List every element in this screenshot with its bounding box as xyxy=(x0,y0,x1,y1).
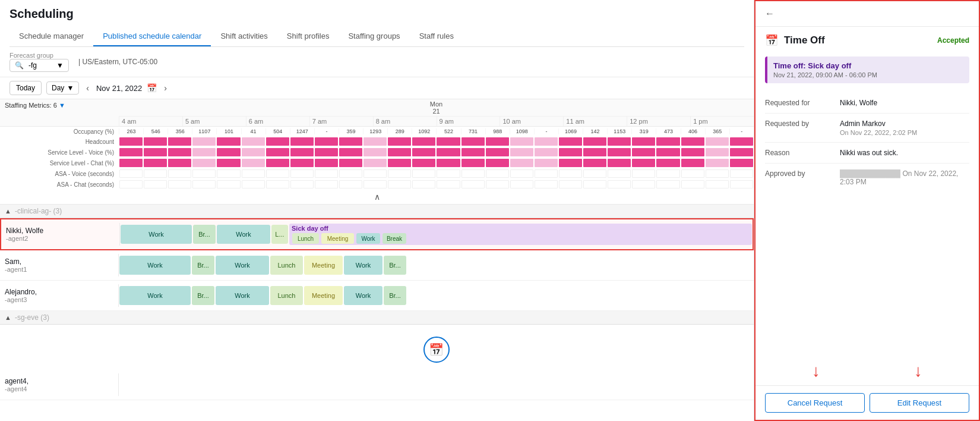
cancel-request-button[interactable]: Cancel Request xyxy=(765,393,865,413)
group-clinical-ag-name: -clinical-ag- (3) xyxy=(15,207,62,215)
block-9 xyxy=(339,148,362,156)
metrics-dropdown-icon[interactable]: ▼ xyxy=(59,102,65,109)
alej-shift-work-1[interactable]: Work xyxy=(119,286,191,305)
block-16 xyxy=(510,137,533,146)
rp-field-reason: Reason Nikki was out sick. xyxy=(765,143,969,164)
block-0 xyxy=(119,137,143,146)
shift-break-1[interactable]: Br... xyxy=(193,225,216,244)
sam-shift-meeting[interactable]: Meeting xyxy=(304,256,343,275)
edit-request-button[interactable]: Edit Request xyxy=(870,393,969,413)
sam-shift-work-3[interactable]: Work xyxy=(344,256,382,275)
group-sg-eve-name: -sg-eve (3) xyxy=(15,313,49,322)
today-button[interactable]: Today xyxy=(10,81,42,95)
time-slot-5am: 5 am xyxy=(182,117,246,126)
block-6 xyxy=(266,148,289,156)
alej-shift-work-2[interactable]: Work xyxy=(216,286,269,305)
block-23 xyxy=(681,137,704,146)
block-19 xyxy=(583,137,606,146)
metrics-collapse-button[interactable]: ∧ xyxy=(0,190,754,205)
alej-shift-break-1[interactable]: Br... xyxy=(192,286,214,305)
agent-row-alejandro[interactable]: Alejandro, -agent3 Work Br... Work Lunch… xyxy=(0,281,754,311)
agent-row-sam[interactable]: Sam, -agent1 Work Br... Work Lunch Meeti… xyxy=(0,250,754,281)
sam-shift-break-1[interactable]: Br... xyxy=(192,256,214,275)
alej-shift-break-2[interactable]: Br... xyxy=(384,286,406,305)
block-6 xyxy=(266,169,289,178)
forecast-label: Forecast group xyxy=(10,52,69,59)
agent-id-alejandro: -agent3 xyxy=(5,296,113,303)
block-9 xyxy=(339,159,362,167)
agent-row-agent4[interactable]: agent4, -agent4 xyxy=(0,370,754,400)
tab-shift-activities[interactable]: Shift activities xyxy=(211,27,277,46)
block-20 xyxy=(608,159,631,167)
agent-name-agent4: agent4, xyxy=(5,377,113,385)
block-13 xyxy=(437,148,460,156)
sub-work: Work xyxy=(356,233,380,244)
alej-shift-meeting[interactable]: Meeting xyxy=(304,286,343,305)
view-select[interactable]: Day ▼ xyxy=(46,81,79,95)
next-date-button[interactable]: › xyxy=(162,82,169,94)
block-3 xyxy=(192,159,216,167)
floating-calendar-button[interactable]: 📅 xyxy=(423,337,450,363)
block-5 xyxy=(242,180,265,188)
sam-shift-work-2[interactable]: Work xyxy=(216,256,269,275)
left-arrow-indicator: ↓ xyxy=(812,362,820,381)
block-21 xyxy=(632,159,655,167)
reason-value: Nikki was out sick. xyxy=(840,149,898,157)
block-17 xyxy=(535,159,558,167)
day-number: 21 xyxy=(432,108,440,115)
forecast-group-select[interactable]: 🔍 -fg ▼ xyxy=(10,59,69,72)
group-clinical-ag[interactable]: ▲ -clinical-ag- (3) xyxy=(0,205,754,218)
tab-schedule-manager[interactable]: Schedule manager xyxy=(10,27,93,46)
group-sg-eve[interactable]: ▲ -sg-eve (3) xyxy=(0,311,754,325)
shift-lunch-1[interactable]: L... xyxy=(271,225,288,244)
block-21 xyxy=(632,169,655,178)
search-icon: 🔍 xyxy=(15,61,24,70)
block-7 xyxy=(290,148,314,156)
block-0 xyxy=(119,169,143,178)
block-24 xyxy=(706,137,729,146)
block-8 xyxy=(315,169,338,178)
sam-shift-work-1[interactable]: Work xyxy=(119,256,191,275)
block-20 xyxy=(608,148,631,156)
block-7 xyxy=(290,180,314,188)
prev-date-button[interactable]: ‹ xyxy=(84,82,91,94)
tab-staffing-groups[interactable]: Staffing groups xyxy=(339,27,409,46)
block-12 xyxy=(412,180,435,188)
agent-row-nikki-wolfe[interactable]: Nikki, Wolfe -agent2 Work Br... Work L..… xyxy=(0,218,754,250)
block-4 xyxy=(217,159,240,167)
block-17 xyxy=(535,137,558,146)
block-2 xyxy=(168,137,191,146)
block-15 xyxy=(486,180,509,188)
tab-staff-rules[interactable]: Staff rules xyxy=(410,27,463,46)
calendar-picker-icon[interactable]: 📅 xyxy=(147,83,157,93)
block-7 xyxy=(290,137,314,146)
block-2 xyxy=(168,148,191,156)
shift-sick-nikki[interactable]: Sick day off Lunch Meeting Work Break xyxy=(289,224,752,245)
rp-event-title: Time off: Sick day off xyxy=(773,61,963,70)
block-5 xyxy=(242,159,265,167)
block-15 xyxy=(486,137,509,146)
agent-name-nikki: Nikki, Wolfe xyxy=(6,227,115,235)
alej-shift-work-3[interactable]: Work xyxy=(344,286,382,305)
block-22 xyxy=(656,180,679,188)
block-11 xyxy=(388,180,411,188)
reason-label: Reason xyxy=(765,149,830,157)
requested-by-label: Requested by xyxy=(765,120,830,136)
day-name: Mon xyxy=(430,100,442,108)
block-0 xyxy=(119,180,143,188)
block-19 xyxy=(583,180,606,188)
rp-title: Time Off xyxy=(784,34,931,46)
sam-shift-break-2[interactable]: Br... xyxy=(384,256,406,275)
back-button[interactable]: ← xyxy=(765,8,774,19)
tab-shift-profiles[interactable]: Shift profiles xyxy=(277,27,339,46)
alej-shift-lunch[interactable]: Lunch xyxy=(270,286,303,305)
block-16 xyxy=(510,159,533,167)
block-3 xyxy=(192,169,216,178)
shift-work-1[interactable]: Work xyxy=(121,225,192,244)
block-1 xyxy=(144,180,167,188)
view-label: Day xyxy=(52,84,64,92)
shift-work-2[interactable]: Work xyxy=(217,225,270,244)
sam-shift-lunch[interactable]: Lunch xyxy=(270,256,303,275)
block-8 xyxy=(315,137,338,146)
tab-published-schedule-calendar[interactable]: Published schedule calendar xyxy=(93,27,211,46)
